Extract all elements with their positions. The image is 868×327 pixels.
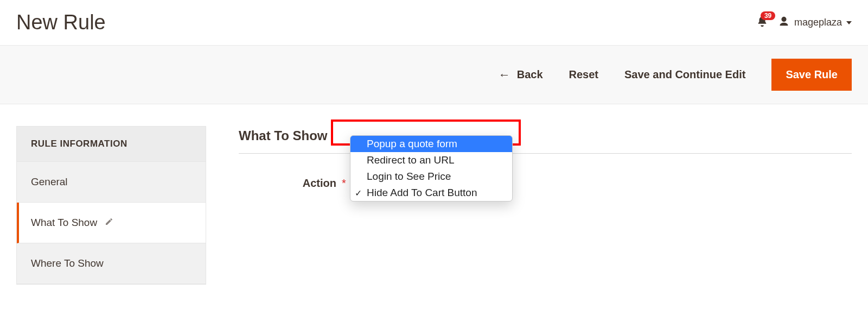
pencil-icon <box>105 217 113 229</box>
action-dropdown-menu: Popup a quote form Redirect to an URL Lo… <box>350 135 513 202</box>
notification-badge: 39 <box>761 11 775 20</box>
tab-where-to-show[interactable]: Where To Show <box>17 243 206 284</box>
save-rule-button[interactable]: Save Rule <box>771 59 852 91</box>
dropdown-option-label: Hide Add To Cart Button <box>367 187 477 198</box>
back-label: Back <box>517 68 543 81</box>
action-field-label: Action <box>239 177 342 190</box>
chevron-down-icon <box>846 21 852 24</box>
user-icon <box>778 16 790 30</box>
username-label: mageplaza <box>794 17 842 28</box>
arrow-left-icon: ← <box>499 68 510 82</box>
sidebar-title: RULE INFORMATION <box>17 127 206 162</box>
user-menu[interactable]: mageplaza <box>778 16 852 30</box>
dropdown-option-popup-quote[interactable]: Popup a quote form <box>350 136 512 152</box>
dropdown-option-redirect[interactable]: Redirect to an URL <box>350 152 512 168</box>
tab-general[interactable]: General <box>17 162 206 203</box>
check-icon: ✓ <box>355 188 362 198</box>
tab-label: What To Show <box>31 217 97 229</box>
dropdown-option-hide-cart[interactable]: ✓ Hide Add To Cart Button <box>350 185 512 201</box>
section-title: What To Show <box>239 128 328 143</box>
action-toolbar: ← Back Reset Save and Continue Edit Save… <box>0 45 868 104</box>
page-title: New Rule <box>16 11 106 34</box>
sidebar: RULE INFORMATION General What To Show Wh… <box>16 126 206 285</box>
tab-what-to-show[interactable]: What To Show <box>17 203 206 243</box>
dropdown-option-login[interactable]: Login to See Price <box>350 168 512 185</box>
reset-button[interactable]: Reset <box>569 68 598 81</box>
save-continue-button[interactable]: Save and Continue Edit <box>624 68 745 81</box>
notifications-button[interactable]: 39 <box>756 16 768 30</box>
back-button[interactable]: ← Back <box>499 68 543 82</box>
